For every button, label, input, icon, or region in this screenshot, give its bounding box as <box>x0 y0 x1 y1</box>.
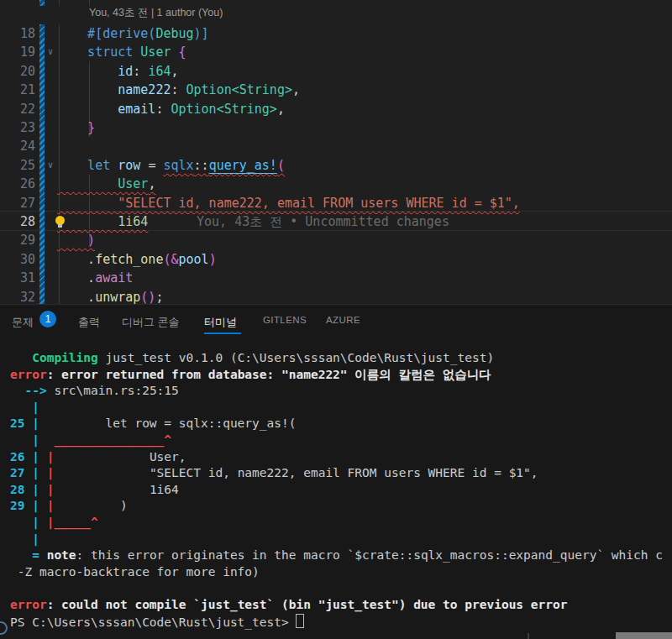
terminal-line: 29 | | ) <box>10 498 672 515</box>
terminal-line: 27 | | "SELECT id, name222, email FROM u… <box>10 465 672 482</box>
line-number-24: 24 <box>8 137 35 155</box>
code-line-21: name222: Option<String>, <box>57 81 300 99</box>
line-number-31: 31 <box>8 269 35 287</box>
vscode-window: You, 43초 전 | 1 author (You) 18 #[derive(… <box>0 0 672 639</box>
code-line-31: .await <box>57 269 133 287</box>
tab-terminal[interactable]: 터미널 <box>204 315 237 330</box>
fold-chevron-icon[interactable]: ∨ <box>45 43 56 61</box>
terminal-cursor <box>296 614 304 628</box>
line-number-29: 29 <box>8 231 35 249</box>
tab-debug-console[interactable]: 디버그 콘솔 <box>122 315 180 330</box>
line-number-20: 20 <box>8 62 35 81</box>
code-line-20: id: i64, <box>57 62 179 81</box>
error-squiggle: sqlx::query_as!( <box>163 158 285 173</box>
tab-problems[interactable]: 문제 <box>12 315 34 330</box>
error-squiggle: User, <box>57 176 155 191</box>
code-line-23: } <box>57 118 95 137</box>
scrollbar-tick <box>528 633 529 639</box>
line-number-28: 28 <box>8 212 35 231</box>
code-line-25: let row = sqlx::query_as!( <box>57 156 285 175</box>
terminal-line: 28 | | 1i64 <box>10 482 672 499</box>
terminal-line <box>10 580 672 597</box>
terminal-line: 25 | let row = sqlx::query_as!( <box>10 416 672 432</box>
codelens-blame[interactable]: You, 43초 전 | 1 author (You) <box>89 6 223 20</box>
error-squiggle: ) <box>57 233 95 248</box>
terminal-line: | <box>10 532 672 548</box>
terminal-line: = note: this error originates in the mac… <box>10 547 672 564</box>
fold-chevron-icon[interactable]: ∨ <box>45 156 56 175</box>
code-line-18: #[derive(Debug)] <box>57 24 209 43</box>
terminal-line: | _______________^ <box>10 432 672 449</box>
indent-guide <box>59 0 60 6</box>
indent-guide <box>89 0 90 6</box>
terminal-line: --> src\main.rs:25:15 <box>10 383 672 400</box>
line-number-19: 19 <box>8 43 35 61</box>
terminal-line: -Z macro-backtrace for more info) <box>10 564 672 581</box>
line-number-26: 26 <box>8 175 35 193</box>
bottom-panel: 문제 1 출력 디버그 콘솔 터미널 GITLENS AZURE Compili… <box>0 304 672 639</box>
terminal-output[interactable]: Compiling just_test v0.1.0 (C:\Users\sss… <box>10 350 672 630</box>
active-tab-underline <box>204 333 241 334</box>
terminal-line: Compiling just_test v0.1.0 (C:\Users\sss… <box>10 350 672 367</box>
terminal-line: error: could not compile `just_test` (bi… <box>10 597 672 614</box>
git-modified-stripe <box>39 0 45 6</box>
line-number-23: 23 <box>8 118 35 137</box>
horizontal-scrollbar-thumb[interactable] <box>616 632 672 639</box>
line-number-25: 25 <box>8 156 35 175</box>
command-decoration-icon[interactable] <box>0 621 8 635</box>
code-line-26: User, <box>57 175 155 193</box>
line-number-27: 27 <box>8 194 35 212</box>
inline-blame: You, 43초 전 • Uncommitted changes <box>197 212 449 231</box>
terminal-line: 26 | | User, <box>10 449 672 466</box>
terminal-line: error: error returned from database: "na… <box>10 367 672 384</box>
terminal-line: | <box>10 400 672 416</box>
problems-count-badge: 1 <box>39 311 56 327</box>
tab-output[interactable]: 출력 <box>78 315 100 330</box>
code-line-29: ) <box>57 231 95 249</box>
code-line-30: .fetch_one(&pool) <box>57 250 217 269</box>
line-number-21: 21 <box>8 81 35 99</box>
code-line-28: 1i64 <box>57 212 148 231</box>
tab-gitlens[interactable]: GITLENS <box>263 315 307 325</box>
error-squiggle: "SELECT id, name222, email FROM users WH… <box>57 196 520 211</box>
editor-pane[interactable]: You, 43초 전 | 1 author (You) 18 #[derive(… <box>0 0 672 304</box>
terminal-line: | |_____^ <box>10 515 672 532</box>
line-number-18: 18 <box>8 24 35 43</box>
error-squiggle: 1i64 <box>57 214 148 229</box>
code-line-22: email: Option<String>, <box>57 100 285 118</box>
code-line-19: struct User { <box>57 43 186 61</box>
terminal-line: PS C:\Users\sssan\Code\Rust\just_test> <box>10 614 672 631</box>
code-line-27: "SELECT id, name222, email FROM users WH… <box>57 194 520 212</box>
line-number-30: 30 <box>8 250 35 269</box>
line-number-22: 22 <box>8 100 35 118</box>
tab-azure[interactable]: AZURE <box>326 315 360 325</box>
